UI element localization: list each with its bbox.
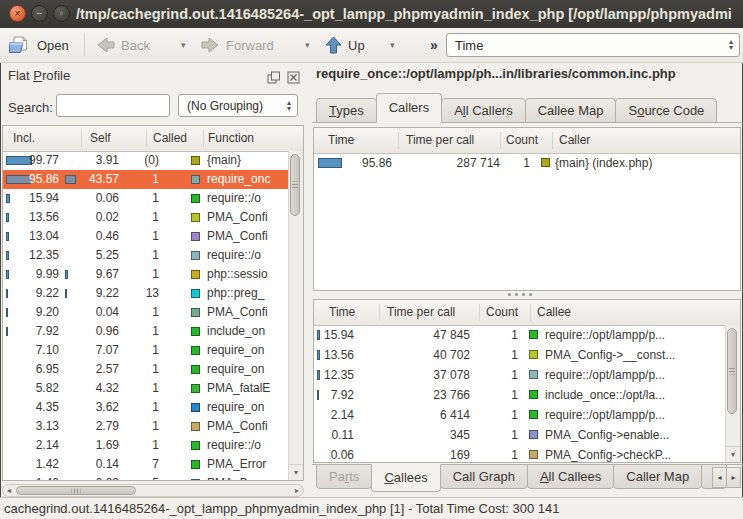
column-header-incl[interactable]: Incl. xyxy=(13,126,35,151)
scroll-right-icon[interactable]: ▸ xyxy=(295,485,299,496)
callee-row[interactable]: 0.06 169 1 PMA_Config->checkP... xyxy=(314,445,740,462)
function-row[interactable]: 1.42 0.14 7 PMA_Error xyxy=(3,455,303,474)
function-row[interactable]: 95.86 43.57 1 require_onc xyxy=(3,170,303,189)
tab[interactable]: Callees xyxy=(371,464,440,492)
toolbar-overflow-chevron-icon[interactable]: » xyxy=(430,28,438,62)
event-type-combobox[interactable]: Time ▴▾ xyxy=(446,33,740,57)
incl-value: 13.04 xyxy=(3,227,59,246)
callee-row[interactable]: 7.92 23 766 1 include_once::/opt/la... xyxy=(314,385,740,405)
up-button[interactable]: Up xyxy=(325,28,365,62)
titlebar[interactable]: × − ▫ /tmp/cachegrind.out.1416485264-_op… xyxy=(0,0,743,28)
back-button[interactable]: Back xyxy=(96,28,150,62)
tab[interactable]: Parts xyxy=(316,464,372,489)
incl-value: 1.42 xyxy=(3,455,59,474)
function-name: require::/o xyxy=(207,246,287,265)
dock-close-icon[interactable] xyxy=(287,70,301,83)
column-header-count[interactable]: Count xyxy=(506,128,538,153)
function-row[interactable]: 3.13 2.79 1 PMA_Confi xyxy=(3,417,303,436)
scrollbar-thumb[interactable] xyxy=(727,328,737,414)
dock-float-icon[interactable] xyxy=(267,70,281,83)
tab[interactable]: All Callers xyxy=(441,98,526,123)
column-header-callee[interactable]: Callee xyxy=(537,300,571,325)
called-value: 1 xyxy=(121,208,159,227)
tab[interactable]: Callee Map xyxy=(525,98,617,123)
tab[interactable]: Types xyxy=(316,98,377,123)
search-input[interactable] xyxy=(56,94,170,117)
function-row[interactable]: 99.77 3.91 (0) {main} xyxy=(3,151,303,170)
function-color-icon xyxy=(191,270,200,279)
called-value: 1 xyxy=(121,246,159,265)
function-row[interactable]: 13.56 0.02 1 PMA_Confi xyxy=(3,208,303,227)
column-header-time[interactable]: Time xyxy=(328,128,354,153)
called-value: 1 xyxy=(121,227,159,246)
event-type-spinner[interactable]: ▴▾ xyxy=(729,39,733,51)
flat-profile-vertical-scrollbar[interactable]: ▾ xyxy=(288,151,303,480)
function-color-icon xyxy=(191,175,200,184)
tab[interactable]: Source Code xyxy=(615,98,717,123)
function-row[interactable]: 15.94 0.06 1 require::/o xyxy=(3,189,303,208)
tab-label: Parts xyxy=(329,469,359,484)
called-value: 1 xyxy=(121,341,159,360)
forward-button[interactable]: Forward xyxy=(201,28,274,62)
function-name: php::preg_ xyxy=(207,284,287,303)
grouping-spinner[interactable]: ▴▾ xyxy=(287,100,291,112)
scroll-down-button[interactable]: ▾ xyxy=(289,464,303,480)
grouping-combobox[interactable]: (No Grouping) ▴▾ xyxy=(178,94,298,117)
column-header-time-per-call[interactable]: Time per call xyxy=(387,300,455,325)
horizontal-splitter-handle[interactable] xyxy=(508,293,532,296)
callee-row[interactable]: 2.14 6 414 1 require::/opt/lampp/p... xyxy=(314,405,740,425)
function-row[interactable]: 4.35 3.62 1 require_on xyxy=(3,398,303,417)
toolbar-separator xyxy=(84,34,85,56)
callee-row[interactable]: 13.56 40 702 1 PMA_Config->__const... xyxy=(314,345,740,365)
back-dropdown-caret-icon[interactable]: ▾ xyxy=(181,28,186,62)
tab-scroll-right-button[interactable]: ▸ xyxy=(726,467,741,488)
column-header-self[interactable]: Self xyxy=(90,126,111,151)
column-header-time-per-call[interactable]: Time per call xyxy=(406,128,474,153)
callee-row[interactable]: 0.11 345 1 PMA_Config->enable... xyxy=(314,425,740,445)
window-close-button[interactable]: × xyxy=(9,5,26,22)
up-dropdown-caret-icon[interactable]: ▾ xyxy=(390,28,395,62)
function-row[interactable]: 12.35 5.25 1 require::/o xyxy=(3,246,303,265)
caller-row[interactable]: 95.86 287 714 1 {main} (index.php) xyxy=(314,153,740,173)
function-row[interactable]: 9.20 0.04 1 PMA_Confi xyxy=(3,303,303,322)
forward-dropdown-caret-icon[interactable]: ▾ xyxy=(305,28,310,62)
self-value: 5.25 xyxy=(63,246,119,265)
scroll-down-button[interactable]: ▾ xyxy=(726,446,740,462)
window-minimize-button[interactable]: − xyxy=(31,5,48,22)
callee-name: require::/opt/lampp/p... xyxy=(545,365,723,385)
callee-row[interactable]: 15.94 47 845 1 require::/opt/lampp/p... xyxy=(314,325,740,345)
function-row[interactable]: 1.40 0.02 5 PMA_B xyxy=(3,474,303,480)
callee-row[interactable]: 12.35 37 078 1 require::/opt/lampp/p... xyxy=(314,365,740,385)
function-name: PMA_Confi xyxy=(207,303,287,322)
scrollbar-thumb[interactable] xyxy=(16,486,136,495)
function-row[interactable]: 13.04 0.46 1 PMA_Confi xyxy=(3,227,303,246)
tab[interactable]: Caller Map xyxy=(613,464,702,489)
column-header-function[interactable]: Function xyxy=(208,126,254,151)
column-header-time[interactable]: Time xyxy=(329,300,355,325)
time-value: 0.06 xyxy=(320,445,354,462)
incl-value: 3.13 xyxy=(3,417,59,436)
tab[interactable]: Call Graph xyxy=(440,464,528,489)
function-name: php::sessio xyxy=(207,265,287,284)
scroll-left-icon[interactable]: ◂ xyxy=(7,485,11,496)
open-button[interactable]: Open xyxy=(8,28,69,62)
tab[interactable]: Callers xyxy=(376,93,442,123)
scrollbar-thumb[interactable] xyxy=(290,154,300,216)
callee-name: PMA_Config->checkP... xyxy=(545,445,723,462)
function-row[interactable]: 9.22 9.22 13 php::preg_ xyxy=(3,284,303,303)
callees-vertical-scrollbar[interactable]: ▾ xyxy=(725,325,740,462)
flat-profile-horizontal-scrollbar[interactable]: ◂ ▸ xyxy=(2,484,304,497)
column-header-count[interactable]: Count xyxy=(486,300,518,325)
tab-label: All Callees xyxy=(540,469,601,484)
function-row[interactable]: 9.99 9.67 1 php::sessio xyxy=(3,265,303,284)
function-row[interactable]: 5.82 4.32 1 PMA_fatalE xyxy=(3,379,303,398)
column-header-called[interactable]: Called xyxy=(153,126,187,151)
tab[interactable]: All Callees xyxy=(527,464,614,489)
window-maximize-button[interactable]: ▫ xyxy=(53,5,70,22)
column-header-caller[interactable]: Caller xyxy=(559,128,590,153)
tab-scroll-left-button[interactable]: ◂ xyxy=(712,467,727,488)
function-row[interactable]: 7.10 7.07 1 require_on xyxy=(3,341,303,360)
function-row[interactable]: 7.92 0.96 1 include_on xyxy=(3,322,303,341)
function-row[interactable]: 2.14 1.69 1 require::/o xyxy=(3,436,303,455)
function-row[interactable]: 6.95 2.57 1 require_on xyxy=(3,360,303,379)
